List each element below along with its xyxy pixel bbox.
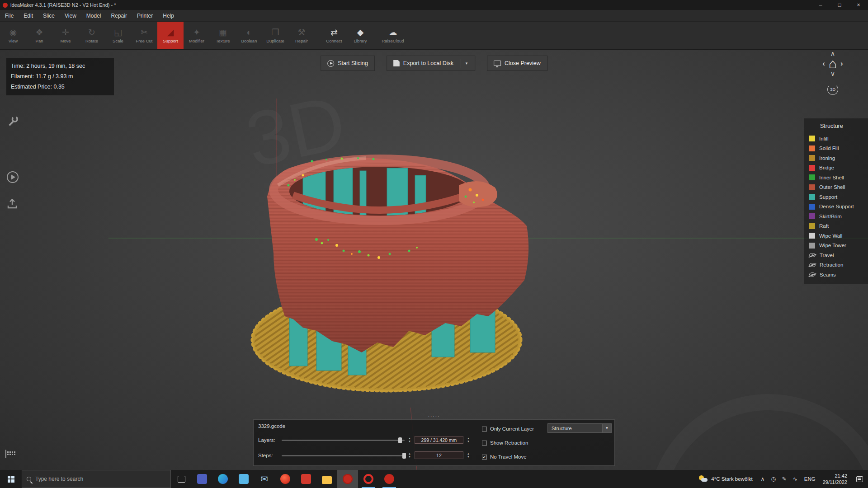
close-button[interactable]: × — [849, 0, 868, 10]
toolbar-library-button[interactable]: ◆ Library — [347, 22, 373, 49]
toolbar-raisecloud-button[interactable]: ☁ RaiseCloud — [380, 22, 406, 49]
no-travel-move-checkbox[interactable]: ✓ No Travel Move — [482, 454, 527, 460]
steps-value[interactable]: 12 — [415, 451, 463, 459]
export-to-local-disk-button[interactable]: Export to Local Disk ▼ — [387, 56, 475, 71]
menu-view[interactable]: View — [60, 10, 81, 21]
toolbar-view-button[interactable]: ◉ View — [0, 22, 26, 49]
cut-icon: ✂ — [141, 28, 148, 37]
color-swatch — [809, 174, 815, 180]
steps-label: Steps: — [258, 453, 278, 458]
taskbar-app-opera[interactable] — [358, 470, 379, 488]
close-preview-button[interactable]: Close Preview — [487, 56, 547, 71]
move-icon: ✛ — [62, 28, 69, 37]
start-slicing-icon — [327, 60, 334, 67]
language-button[interactable]: ENG — [801, 476, 819, 482]
taskbar-app-ideamaker[interactable] — [337, 470, 358, 488]
menu-slice[interactable]: Slice — [38, 10, 60, 21]
toolbar-freecut-button[interactable]: ✂ Free Cut — [131, 22, 157, 49]
task-view-button[interactable] — [171, 470, 192, 488]
wrench-icon — [7, 115, 19, 127]
view-3d-toggle[interactable]: 3D — [827, 84, 838, 95]
taskbar-app-file-explorer[interactable] — [316, 470, 337, 488]
taskbar-app-teams[interactable] — [192, 470, 212, 488]
toolbar-connect-button[interactable]: ⇄ Connect — [321, 22, 347, 49]
taskbar-app-red[interactable] — [296, 470, 316, 488]
virtual-keyboard-button[interactable] — [5, 450, 6, 458]
adjust-tool-button[interactable] — [7, 115, 19, 129]
taskbar-app-store[interactable] — [233, 470, 254, 488]
steps-left-spinner[interactable]: ▲▼ — [408, 452, 411, 458]
clock-tray-icon[interactable]: ◷ — [768, 476, 779, 482]
color-swatch — [809, 204, 815, 210]
toolbar-texture-button[interactable]: ▦ Texture — [210, 22, 236, 49]
color-swatch — [809, 165, 815, 171]
menu-printer[interactable]: Printer — [132, 10, 158, 21]
menu-edit[interactable]: Edit — [19, 10, 38, 21]
taskbar-app-opera-gx[interactable] — [275, 470, 296, 488]
menu-file[interactable]: File — [0, 10, 19, 21]
view-mode-dropdown[interactable]: Structure ▼ — [547, 423, 612, 433]
toolbar-repair-button[interactable]: ⚒ Repair — [288, 22, 315, 49]
legend-toggle-seams[interactable]: Seams — [809, 270, 868, 280]
menu-help[interactable]: Help — [158, 10, 179, 21]
layers-spinner[interactable]: ▲▼ — [467, 437, 470, 443]
pan-icon: ❖ — [35, 28, 43, 37]
upload-button[interactable] — [6, 198, 18, 211]
print-stats: Time: 2 hours, 19 min, 18 sec Filament: … — [6, 58, 114, 95]
taskbar-app-ideamaker-2[interactable] — [379, 470, 400, 488]
edge-app-icon — [218, 474, 228, 484]
taskbar-date: 29/11/2022 — [823, 479, 847, 485]
toolbar-scale-button[interactable]: ◱ Scale — [105, 22, 131, 49]
legend-toggle-retraction[interactable]: Retraction — [809, 260, 868, 270]
taskbar-app-edge[interactable] — [212, 470, 233, 488]
view-down-button[interactable]: ∨ — [811, 70, 854, 77]
maximize-button[interactable]: □ — [830, 0, 849, 10]
toolbar-support-button[interactable]: ◢ Support — [157, 22, 184, 49]
minimize-button[interactable]: – — [811, 0, 830, 10]
toolbar-move-button[interactable]: ✛ Move — [52, 22, 79, 49]
menu-bar: File Edit Slice View Model Repair Printe… — [0, 10, 868, 22]
taskbar-time: 21:42 — [823, 473, 847, 479]
legend-item-support: Support — [809, 192, 868, 202]
layers-slider[interactable] — [282, 437, 405, 443]
pen-tray-icon[interactable]: ✎ — [779, 476, 790, 482]
menu-model[interactable]: Model — [81, 10, 106, 21]
toolbar-modifier-button[interactable]: ✦ Modifier — [184, 22, 210, 49]
toolbar-boolean-button[interactable]: ◐ Boolean — [236, 22, 262, 49]
play-animation-button[interactable] — [6, 171, 19, 185]
show-retraction-checkbox[interactable]: Show Retraction — [482, 440, 528, 446]
menu-repair[interactable]: Repair — [106, 10, 132, 21]
slider-handle[interactable] — [398, 437, 402, 443]
taskbar-search[interactable] — [22, 470, 171, 488]
export-dropdown-arrow-icon[interactable]: ▼ — [465, 61, 468, 66]
start-slicing-button[interactable]: Start Slicing — [321, 56, 375, 71]
steps-slider[interactable] — [282, 452, 405, 459]
panel-drag-handle[interactable]: ····· — [428, 414, 440, 419]
view-right-button[interactable]: › — [840, 59, 843, 68]
red-app-icon — [301, 474, 311, 484]
home-view-icon[interactable]: ⌂ — [829, 57, 837, 70]
hidden-icons-chevron[interactable]: ∧ — [757, 476, 768, 482]
clock-date[interactable]: 21:42 29/11/2022 — [819, 473, 851, 485]
close-preview-icon — [494, 61, 501, 66]
layers-left-spinner[interactable]: ▲▼ — [408, 437, 411, 443]
viewport-3d-scene[interactable]: 3D — [0, 50, 868, 470]
view-left-button[interactable]: ‹ — [822, 59, 825, 68]
folder-icon — [322, 476, 332, 484]
steps-spinner[interactable]: ▲▼ — [467, 452, 470, 458]
toolbar-duplicate-button[interactable]: ❐ Duplicate — [262, 22, 288, 49]
only-current-layer-checkbox[interactable]: Only Current Layer — [482, 426, 534, 432]
slider-handle[interactable] — [402, 453, 406, 459]
network-tray-icon[interactable]: ∿ — [790, 476, 801, 482]
windows-logo-icon — [8, 476, 14, 483]
layers-value[interactable]: 299 / 31.420 mm — [415, 436, 463, 444]
action-center-button[interactable] — [851, 476, 868, 482]
start-button[interactable] — [0, 470, 22, 488]
search-input[interactable] — [35, 476, 166, 482]
dropdown-arrow-icon[interactable]: ▼ — [602, 424, 611, 432]
toolbar-pan-button[interactable]: ❖ Pan — [26, 22, 52, 49]
taskbar-app-mail[interactable]: ✉ — [254, 470, 275, 488]
toolbar-rotate-button[interactable]: ↻ Rotate — [79, 22, 105, 49]
taskbar-weather-widget[interactable]: 4°C Stark bewölkt — [694, 475, 757, 483]
legend-toggle-travel[interactable]: Travel — [809, 250, 868, 260]
